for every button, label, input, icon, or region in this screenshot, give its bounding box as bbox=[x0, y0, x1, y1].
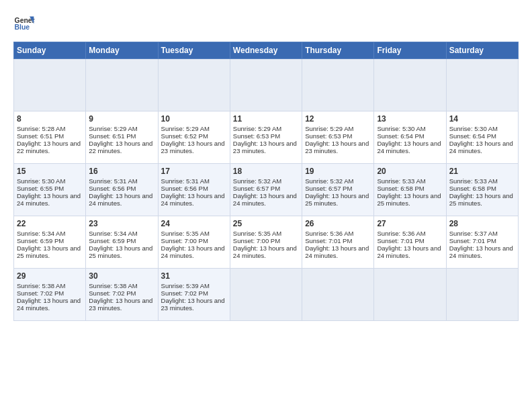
daylight-label: Daylight: 13 hours and 23 minutes. bbox=[161, 297, 225, 312]
sunrise-label: Sunrise: 5:29 AM bbox=[305, 125, 353, 132]
sunset-label: Sunset: 6:51 PM bbox=[89, 132, 136, 140]
sunrise-label: Sunrise: 5:36 AM bbox=[305, 230, 353, 237]
daylight-label: Daylight: 13 hours and 22 minutes. bbox=[17, 140, 81, 154]
calendar-cell: 12Sunrise: 5:29 AMSunset: 6:53 PMDayligh… bbox=[302, 111, 374, 164]
daylight-label: Daylight: 13 hours and 24 minutes. bbox=[161, 192, 225, 207]
sunset-label: Sunset: 6:53 PM bbox=[233, 132, 280, 140]
sunset-label: Sunset: 6:57 PM bbox=[305, 185, 352, 192]
header-cell-friday: Friday bbox=[374, 42, 446, 59]
calendar-cell: 30Sunrise: 5:38 AMSunset: 7:02 PMDayligh… bbox=[86, 269, 158, 321]
calendar-cell: 28Sunrise: 5:37 AMSunset: 7:01 PMDayligh… bbox=[446, 216, 518, 269]
sunrise-label: Sunrise: 5:34 AM bbox=[89, 230, 137, 237]
day-number: 12 bbox=[305, 114, 371, 124]
calendar-cell bbox=[446, 59, 518, 111]
calendar-cell: 18Sunrise: 5:32 AMSunset: 6:57 PMDayligh… bbox=[230, 164, 302, 216]
week-row: 8Sunrise: 5:28 AMSunset: 6:51 PMDaylight… bbox=[14, 111, 519, 164]
logo-icon: General Blue bbox=[13, 12, 35, 34]
sunset-label: Sunset: 6:56 PM bbox=[161, 185, 208, 192]
day-number: 20 bbox=[377, 167, 443, 176]
sunrise-label: Sunrise: 5:31 AM bbox=[161, 177, 210, 185]
calendar-cell bbox=[230, 59, 302, 111]
header-cell-wednesday: Wednesday bbox=[230, 42, 302, 59]
daylight-label: Daylight: 13 hours and 24 minutes. bbox=[305, 244, 369, 259]
week-row: 15Sunrise: 5:30 AMSunset: 6:55 PMDayligh… bbox=[14, 164, 519, 216]
daylight-label: Daylight: 13 hours and 25 minutes. bbox=[305, 192, 369, 207]
sunrise-label: Sunrise: 5:33 AM bbox=[377, 177, 425, 185]
day-number: 29 bbox=[17, 271, 83, 281]
calendar-cell bbox=[374, 269, 446, 321]
sunset-label: Sunset: 6:57 PM bbox=[233, 185, 280, 192]
day-number: 31 bbox=[161, 271, 227, 281]
sunrise-label: Sunrise: 5:34 AM bbox=[17, 230, 65, 237]
daylight-label: Daylight: 13 hours and 24 minutes. bbox=[17, 297, 81, 312]
calendar-cell bbox=[302, 269, 374, 321]
daylight-label: Daylight: 13 hours and 22 minutes. bbox=[89, 140, 152, 154]
week-row: 29Sunrise: 5:38 AMSunset: 7:02 PMDayligh… bbox=[14, 269, 519, 321]
sunrise-label: Sunrise: 5:37 AM bbox=[449, 230, 498, 237]
daylight-label: Daylight: 13 hours and 24 minutes. bbox=[89, 192, 152, 207]
sunset-label: Sunset: 6:59 PM bbox=[17, 237, 64, 244]
calendar-cell: 16Sunrise: 5:31 AMSunset: 6:56 PMDayligh… bbox=[86, 164, 158, 216]
sunset-label: Sunset: 6:54 PM bbox=[449, 132, 496, 140]
calendar-cell: 21Sunrise: 5:33 AMSunset: 6:58 PMDayligh… bbox=[446, 164, 518, 216]
sunset-label: Sunset: 6:59 PM bbox=[89, 237, 136, 244]
calendar-cell: 17Sunrise: 5:31 AMSunset: 6:56 PMDayligh… bbox=[158, 164, 230, 216]
sunrise-label: Sunrise: 5:30 AM bbox=[377, 125, 425, 132]
daylight-label: Daylight: 13 hours and 24 minutes. bbox=[17, 192, 81, 207]
calendar-cell bbox=[86, 59, 158, 111]
header-cell-tuesday: Tuesday bbox=[158, 42, 230, 59]
sunrise-label: Sunrise: 5:29 AM bbox=[233, 125, 281, 132]
day-number: 14 bbox=[449, 114, 515, 124]
daylight-label: Daylight: 13 hours and 24 minutes. bbox=[377, 140, 441, 154]
calendar-cell bbox=[230, 269, 302, 321]
day-number: 25 bbox=[233, 219, 299, 228]
calendar-cell bbox=[158, 59, 230, 111]
day-number: 9 bbox=[89, 114, 154, 124]
logo: General Blue bbox=[13, 12, 35, 34]
calendar-cell: 14Sunrise: 5:30 AMSunset: 6:54 PMDayligh… bbox=[446, 111, 518, 164]
day-number: 8 bbox=[17, 114, 83, 124]
day-number: 18 bbox=[233, 167, 299, 176]
calendar-cell: 8Sunrise: 5:28 AMSunset: 6:51 PMDaylight… bbox=[14, 111, 86, 164]
sunrise-label: Sunrise: 5:30 AM bbox=[17, 177, 65, 185]
day-number: 26 bbox=[305, 219, 371, 228]
sunrise-label: Sunrise: 5:38 AM bbox=[89, 282, 137, 289]
svg-text:Blue: Blue bbox=[15, 24, 30, 31]
header: General Blue bbox=[13, 12, 519, 34]
header-cell-saturday: Saturday bbox=[446, 42, 518, 59]
calendar-cell: 24Sunrise: 5:35 AMSunset: 7:00 PMDayligh… bbox=[158, 216, 230, 269]
daylight-label: Daylight: 13 hours and 25 minutes. bbox=[377, 192, 441, 207]
sunrise-label: Sunrise: 5:30 AM bbox=[449, 125, 498, 132]
sunset-label: Sunset: 6:53 PM bbox=[305, 132, 352, 140]
sunset-label: Sunset: 6:56 PM bbox=[89, 185, 136, 192]
header-cell-sunday: Sunday bbox=[14, 42, 86, 59]
sunset-label: Sunset: 6:58 PM bbox=[449, 185, 496, 192]
day-number: 22 bbox=[17, 219, 83, 228]
sunrise-label: Sunrise: 5:39 AM bbox=[161, 282, 210, 289]
calendar-cell: 15Sunrise: 5:30 AMSunset: 6:55 PMDayligh… bbox=[14, 164, 86, 216]
daylight-label: Daylight: 13 hours and 24 minutes. bbox=[449, 244, 513, 259]
sunset-label: Sunset: 7:01 PM bbox=[449, 237, 496, 244]
sunrise-label: Sunrise: 5:38 AM bbox=[17, 282, 65, 289]
calendar-cell bbox=[14, 59, 86, 111]
calendar-cell: 20Sunrise: 5:33 AMSunset: 6:58 PMDayligh… bbox=[374, 164, 446, 216]
sunset-label: Sunset: 7:01 PM bbox=[305, 237, 352, 244]
calendar-cell bbox=[302, 59, 374, 111]
sunset-label: Sunset: 7:01 PM bbox=[377, 237, 424, 244]
week-row bbox=[14, 59, 519, 111]
sunset-label: Sunset: 7:00 PM bbox=[161, 237, 208, 244]
sunset-label: Sunset: 7:00 PM bbox=[233, 237, 280, 244]
calendar-cell: 11Sunrise: 5:29 AMSunset: 6:53 PMDayligh… bbox=[230, 111, 302, 164]
day-number: 21 bbox=[449, 167, 515, 176]
calendar-cell: 26Sunrise: 5:36 AMSunset: 7:01 PMDayligh… bbox=[302, 216, 374, 269]
calendar-table: SundayMondayTuesdayWednesdayThursdayFrid… bbox=[13, 42, 519, 321]
day-number: 27 bbox=[377, 219, 443, 228]
sunset-label: Sunset: 7:02 PM bbox=[161, 289, 208, 297]
sunset-label: Sunset: 6:58 PM bbox=[377, 185, 424, 192]
calendar-cell: 9Sunrise: 5:29 AMSunset: 6:51 PMDaylight… bbox=[86, 111, 158, 164]
day-number: 28 bbox=[449, 219, 515, 228]
day-number: 13 bbox=[377, 114, 443, 124]
daylight-label: Daylight: 13 hours and 25 minutes. bbox=[17, 244, 81, 259]
day-number: 23 bbox=[89, 219, 154, 228]
daylight-label: Daylight: 13 hours and 23 minutes. bbox=[161, 140, 225, 154]
